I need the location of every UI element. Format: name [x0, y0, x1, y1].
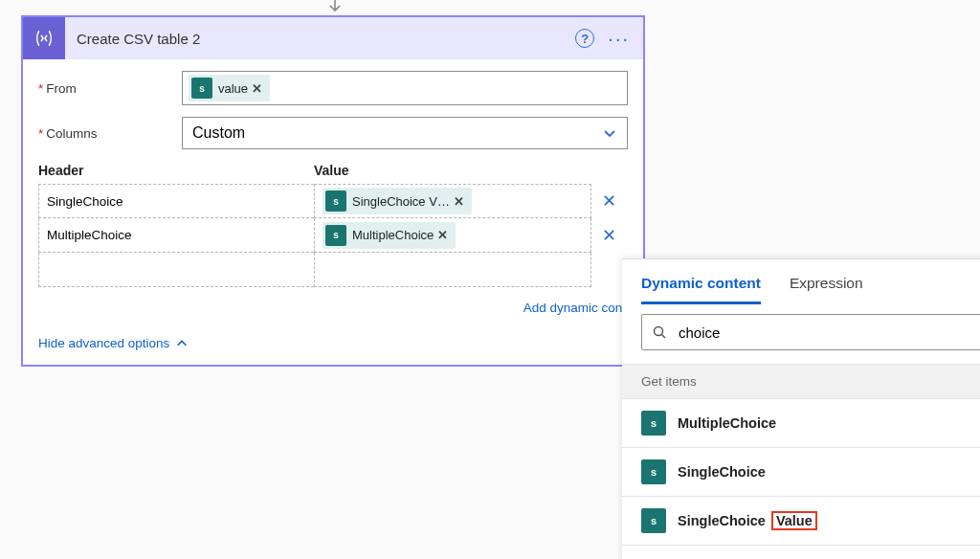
delete-row-icon[interactable]: ✕ — [591, 218, 626, 253]
sharepoint-icon: s — [191, 78, 212, 99]
chevron-down-icon — [602, 125, 617, 141]
token-value[interactable]: s value ✕ — [189, 75, 270, 101]
table-row: MultipleChoice s MultipleChoice ✕ ✕ — [38, 218, 628, 253]
columns-table-headers: Header Value — [38, 161, 628, 184]
hide-advanced-options-link[interactable]: Hide advanced options — [38, 336, 189, 350]
token-label: value — [218, 81, 248, 96]
dc-item-singlechoice[interactable]: s SingleChoice — [622, 448, 980, 497]
sharepoint-icon: s — [325, 225, 346, 246]
header-cell[interactable]: MultipleChoice — [38, 218, 314, 253]
header-cell[interactable]: SingleChoice — [38, 184, 314, 218]
sharepoint-icon: s — [641, 411, 666, 436]
card-title: Create CSV table 2 — [65, 31, 575, 47]
action-icon — [23, 17, 65, 59]
dc-section-header: Get items — [622, 364, 980, 399]
sharepoint-icon: s — [641, 459, 666, 484]
col-header-header: Header — [38, 163, 314, 178]
help-icon[interactable]: ? — [575, 29, 594, 48]
svg-line-1 — [662, 335, 666, 339]
token-remove-icon[interactable]: ✕ — [454, 194, 466, 209]
sharepoint-icon: s — [325, 190, 346, 212]
dc-tabs: Dynamic content Expression — [622, 259, 980, 304]
dc-item-label: MultipleChoice — [678, 415, 776, 431]
from-label: *From — [38, 81, 182, 96]
more-menu-icon[interactable]: ··· — [608, 29, 630, 48]
token-multiplechoice[interactable]: s MultipleChoice ✕ — [323, 222, 456, 249]
value-cell[interactable]: s SingleChoice V… ✕ — [314, 184, 591, 218]
token-label: SingleChoice V… — [352, 194, 450, 209]
value-cell[interactable]: s MultipleChoice ✕ — [314, 218, 591, 253]
field-from: *From s value ✕ — [38, 71, 628, 105]
dc-search-input[interactable] — [677, 324, 975, 342]
token-remove-icon[interactable]: ✕ — [437, 228, 450, 242]
token-singlechoice-value[interactable]: s SingleChoice V… ✕ — [323, 188, 472, 214]
col-header-value: Value — [314, 163, 628, 178]
dc-item-singlechoice-value[interactable]: s SingleChoice Value — [622, 497, 980, 546]
from-input[interactable]: s value ✕ — [182, 71, 628, 105]
token-remove-icon[interactable]: ✕ — [252, 81, 264, 96]
search-icon — [652, 324, 667, 340]
dc-item-label: SingleChoice — [678, 464, 766, 480]
header-cell[interactable] — [38, 253, 314, 287]
dc-item-label: SingleChoice — [678, 513, 766, 528]
card-header[interactable]: Create CSV table 2 ? ··· — [23, 17, 643, 59]
field-columns: *Columns Custom — [38, 117, 628, 149]
chevron-up-icon — [175, 337, 189, 350]
table-row: ✕ — [38, 253, 628, 287]
tab-dynamic-content[interactable]: Dynamic content — [641, 275, 761, 304]
highlight-box: Value — [771, 511, 817, 530]
add-dynamic-content-link[interactable]: Add dynamic cont — [38, 301, 626, 315]
delete-row-icon[interactable]: ✕ — [591, 184, 626, 218]
value-cell[interactable] — [314, 253, 591, 287]
sharepoint-icon: s — [641, 508, 666, 533]
table-row: SingleChoice s SingleChoice V… ✕ ✕ — [38, 184, 628, 218]
token-label: MultipleChoice — [352, 228, 434, 242]
svg-point-0 — [655, 327, 663, 336]
dc-item-multiplechoice[interactable]: s MultipleChoice — [622, 399, 980, 448]
tab-expression[interactable]: Expression — [790, 275, 863, 304]
dynamic-content-panel: Dynamic content Expression Get items s M… — [622, 258, 980, 559]
columns-value: Custom — [192, 124, 245, 142]
dc-search-field[interactable] — [641, 314, 980, 350]
columns-select[interactable]: Custom — [182, 117, 628, 149]
action-card-create-csv-table: Create CSV table 2 ? ··· *From s value ✕… — [21, 15, 645, 367]
columns-label: *Columns — [38, 126, 182, 141]
flow-arrow-down-icon — [325, 0, 345, 15]
